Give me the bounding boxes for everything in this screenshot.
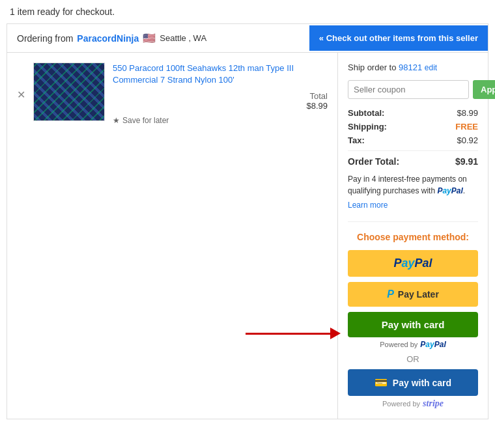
tax-row: Tax: $0.92: [348, 135, 478, 145]
paylater-button[interactable]: P Pay Later: [348, 282, 478, 307]
powered-by-paypal: Powered by PayPal: [348, 340, 478, 349]
payment-section: Choose payment method: PayPal P Pay Late…: [348, 221, 478, 409]
order-total-row: Order Total: $9.91: [348, 156, 478, 167]
star-icon: ★: [113, 116, 120, 125]
left-panel: ✕ 550 Paracord 100ft Seahawks 12th man T…: [7, 53, 338, 419]
stripe-pay-button[interactable]: 💳 Pay with card: [348, 369, 478, 396]
choose-payment-label: Choose payment method:: [348, 232, 478, 242]
main-container: Ordering from ParacordNinja 🇺🇸 Seattle ,…: [7, 23, 488, 419]
subtotal-value: $8.99: [457, 108, 478, 118]
order-total-label: Order Total:: [348, 156, 399, 167]
save-for-later[interactable]: ★ Save for later: [113, 116, 328, 125]
ordering-from-label: Ordering from: [17, 33, 73, 44]
shipping-value: FREE: [455, 122, 478, 132]
order-total-value: $9.91: [455, 156, 478, 167]
product-title-link[interactable]: 550 Paracord 100ft Seahawks 12th man Typ…: [113, 63, 328, 86]
page-header: 1 item ready for checkout.: [0, 0, 495, 23]
arrow-line: [246, 333, 330, 335]
right-panel: Ship order to 98121 edit Apply Subtotal:…: [338, 53, 488, 419]
checkout-other-btn[interactable]: « Check out other items from this seller: [309, 25, 488, 51]
paypal-logo: PayPal: [393, 257, 432, 270]
shipping-row: Shipping: FREE: [348, 122, 478, 132]
product-total: Total $8.99: [113, 91, 328, 111]
coupon-row: Apply: [348, 80, 478, 99]
pay-with-card-green-button[interactable]: Pay with card: [348, 312, 478, 337]
paylater-p-icon: P: [387, 288, 394, 300]
divider: [348, 150, 478, 151]
subtotal-label: Subtotal:: [348, 108, 384, 118]
seller-name-link[interactable]: ParacordNinja: [77, 33, 139, 44]
flag-icon: 🇺🇸: [143, 32, 156, 44]
paypal-button[interactable]: PayPal: [348, 250, 478, 277]
tax-value: $0.92: [457, 135, 478, 145]
product-details: 550 Paracord 100ft Seahawks 12th man Typ…: [113, 63, 328, 125]
powered-paypal-logo: PayPal: [420, 340, 446, 349]
stripe-logo: stripe: [423, 399, 444, 409]
save-for-later-label: Save for later: [122, 116, 169, 125]
paypal-info: Pay in 4 interest-free payments on quali…: [348, 173, 478, 197]
coupon-input[interactable]: [348, 80, 469, 99]
product-image: [33, 63, 105, 121]
stripe-pay-label: Pay with card: [393, 378, 451, 388]
zip-code-link[interactable]: 98121: [399, 63, 422, 72]
learn-more-link[interactable]: Learn more: [348, 201, 388, 210]
apply-button[interactable]: Apply: [473, 80, 495, 99]
seller-info: Ordering from ParacordNinja 🇺🇸 Seattle ,…: [7, 24, 216, 52]
tax-label: Tax:: [348, 135, 365, 145]
seller-location: Seattle , WA: [160, 33, 206, 43]
subtotal-row: Subtotal: $8.99: [348, 108, 478, 118]
edit-link[interactable]: edit: [425, 63, 437, 72]
product-row: ✕ 550 Paracord 100ft Seahawks 12th man T…: [17, 63, 328, 125]
shipping-label: Shipping:: [348, 122, 387, 132]
arrow-head: [330, 328, 341, 339]
paypal-inline-logo: PayPal: [437, 186, 462, 195]
or-divider: OR: [348, 354, 478, 364]
remove-button[interactable]: ✕: [17, 89, 25, 101]
powered-by-stripe: Powered by stripe: [348, 399, 478, 409]
paylater-label: Pay Later: [398, 289, 439, 300]
credit-card-icon: 💳: [375, 376, 388, 389]
ship-to: Ship order to 98121 edit: [348, 63, 478, 72]
